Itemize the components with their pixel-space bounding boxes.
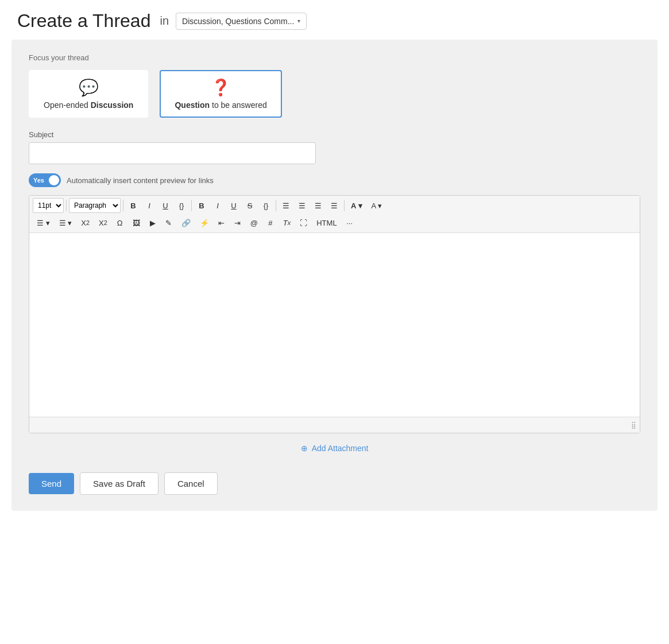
code-btn1[interactable]: {} (174, 198, 189, 213)
paragraph-select[interactable]: Paragraph Heading 1 Heading 2 (69, 198, 121, 213)
editor-container: 11pt 12pt 14pt Paragraph Heading 1 Headi… (29, 195, 640, 433)
bold-btn2[interactable]: B (194, 198, 209, 213)
add-attachment-label: Add Attachment (312, 444, 369, 453)
underline-btn2[interactable]: U (226, 198, 241, 213)
editor-body[interactable] (29, 233, 640, 417)
link-btn[interactable]: 🔗 (177, 215, 195, 230)
code-btn2[interactable]: {} (258, 198, 273, 213)
align-right-btn[interactable]: ☰ (311, 198, 326, 213)
sep4 (276, 200, 276, 211)
image-btn[interactable]: 🖼 (129, 215, 144, 230)
edit-btn[interactable]: ✎ (161, 215, 176, 230)
question-label: Question to be answered (175, 100, 266, 110)
italic-btn2[interactable]: I (210, 198, 225, 213)
toolbar-row1: 11pt 12pt 14pt Paragraph Heading 1 Headi… (33, 198, 636, 213)
cancel-button[interactable]: Cancel (164, 472, 218, 495)
resize-icon: ⣿ (631, 421, 636, 429)
bold-btn[interactable]: B (126, 198, 141, 213)
page-title: Create a Thread (17, 10, 150, 32)
action-row: Send Save as Draft Cancel (29, 463, 640, 497)
font-size-select[interactable]: 11pt 12pt 14pt (33, 198, 64, 213)
focus-label: Focus your thread (29, 53, 640, 62)
plus-circle-icon: ⊕ (301, 444, 308, 453)
font-color-btn[interactable]: A ▾ (347, 198, 366, 213)
strikethrough-btn[interactable]: S (242, 198, 257, 213)
in-label: in (160, 14, 169, 28)
ordered-list-btn[interactable]: ☰ ▾ (55, 215, 76, 230)
mention-btn[interactable]: @ (246, 215, 262, 230)
question-icon: ❓ (211, 78, 231, 97)
sep5 (344, 200, 345, 211)
thread-type-discussion[interactable]: 💬 Open-ended Discussion (29, 70, 148, 118)
sep1 (66, 200, 67, 211)
italic-btn[interactable]: I (142, 198, 157, 213)
subject-label: Subject (29, 130, 640, 139)
video-btn[interactable]: ▶ (145, 215, 160, 230)
main-content: Focus your thread 💬 Open-ended Discussio… (11, 40, 658, 511)
add-attachment-row[interactable]: ⊕ Add Attachment (29, 433, 640, 463)
more-btn[interactable]: ··· (342, 215, 357, 230)
page-header: Create a Thread in Discussion, Questions… (0, 0, 669, 40)
editor-footer: ⣿ (29, 417, 640, 433)
discussion-icon: 💬 (79, 78, 99, 97)
sep2 (123, 200, 123, 211)
html-btn[interactable]: HTML (312, 215, 341, 230)
save-draft-button[interactable]: Save as Draft (80, 472, 158, 495)
subject-input[interactable] (29, 142, 316, 164)
toggle-yes-label: Yes (31, 177, 44, 184)
hashtag-btn[interactable]: # (263, 215, 278, 230)
unlink-btn[interactable]: ⚡ (196, 215, 213, 230)
indent-less-btn[interactable]: ⇤ (214, 215, 229, 230)
toggle-row: Yes Automatically insert content preview… (29, 173, 640, 187)
toggle-description: Automatically insert content preview for… (67, 176, 214, 185)
align-left-btn[interactable]: ☰ (279, 198, 293, 213)
subscript-btn[interactable]: X2 (77, 215, 94, 230)
special-char-btn[interactable]: Ω (113, 215, 127, 230)
align-center-btn[interactable]: ☰ (295, 198, 310, 213)
thread-type-row: 💬 Open-ended Discussion ❓ Question to be… (29, 70, 640, 118)
indent-more-btn[interactable]: ⇥ (230, 215, 245, 230)
bg-color-btn[interactable]: A ▾ (368, 198, 386, 213)
toolbar-row2: ☰ ▾ ☰ ▾ X2 X2 Ω 🖼 ▶ ✎ 🔗 ⚡ ⇤ ⇥ @ # Tx ⛶ H… (33, 215, 636, 230)
superscript-btn[interactable]: X2 (95, 215, 111, 230)
link-preview-toggle[interactable]: Yes (29, 173, 61, 187)
clear-format-btn[interactable]: Tx (279, 215, 295, 230)
toggle-knob (49, 175, 59, 185)
thread-type-question[interactable]: ❓ Question to be answered (160, 70, 281, 118)
community-dropdown-label: Discussion, Questions Comm... (182, 17, 294, 26)
underline-btn[interactable]: U (158, 198, 173, 213)
align-justify-btn[interactable]: ☰ (327, 198, 342, 213)
community-dropdown[interactable]: Discussion, Questions Comm... ▾ (176, 13, 307, 30)
discussion-label: Open-ended Discussion (44, 100, 133, 110)
dropdown-caret-icon: ▾ (297, 18, 300, 24)
editor-toolbar: 11pt 12pt 14pt Paragraph Heading 1 Headi… (29, 196, 640, 233)
send-button[interactable]: Send (29, 473, 74, 494)
bullet-list-btn[interactable]: ☰ ▾ (33, 215, 54, 230)
sep3 (191, 200, 192, 211)
fullscreen-btn[interactable]: ⛶ (296, 215, 311, 230)
